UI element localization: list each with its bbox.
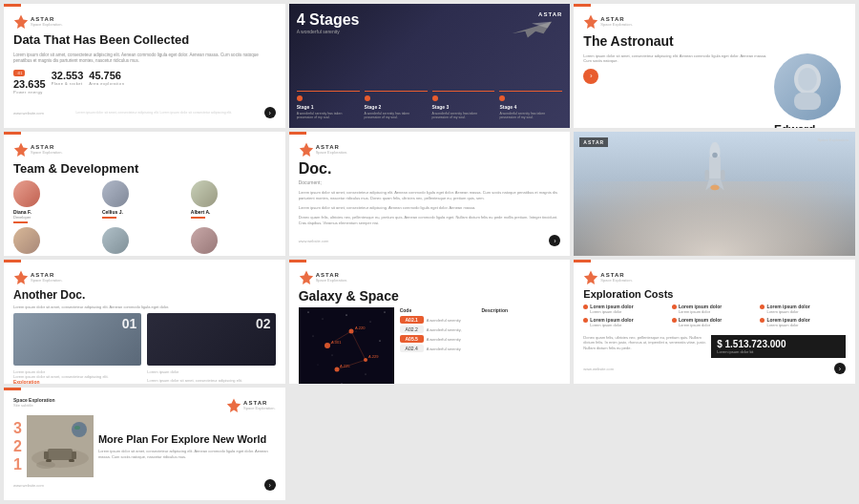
stat-label: Plane & rocket: [52, 81, 84, 86]
svg-point-17: [307, 312, 308, 313]
svg-rect-48: [46, 459, 52, 462]
logo-icon: [13, 141, 29, 157]
footer-url: www.website.com: [583, 367, 614, 371]
side-num-2: 2: [13, 439, 22, 454]
member-photo: [102, 227, 129, 254]
orange-accent-bar: [4, 132, 21, 135]
member-bar: [102, 217, 116, 219]
body-2: Lorem ipsum dolor sit amet, consecteteur…: [299, 205, 561, 211]
svg-rect-47: [72, 452, 76, 459]
slide-footer: www.website.com ›: [583, 361, 846, 374]
arrow-button[interactable]: ›: [583, 69, 598, 84]
slide-rocket: ASTAR Space Exploration.: [574, 132, 855, 256]
member-photo: [13, 180, 40, 207]
logo-area: ASTAR Space Exploration.: [299, 141, 348, 157]
svg-point-27: [365, 374, 366, 375]
footer-btn[interactable]: ›: [264, 107, 276, 118]
logo-area: ASTAR Space Exploration.: [583, 13, 633, 29]
cost-text: Lorem ipsum dolor: [679, 309, 722, 314]
slide-body: Donec quam felis, ultricies nec, pellent…: [583, 335, 706, 358]
stat-label: Power energy: [13, 90, 46, 94]
slide-footer: www.website.com Lorem ipsum dolor sit am…: [13, 105, 276, 118]
td-code: A05.5: [400, 335, 424, 343]
member-photo: [191, 227, 218, 254]
svg-point-25: [331, 355, 332, 356]
orange-accent-bar: [4, 4, 21, 7]
right-col: Edward Legerian Experience 78 Readiness …: [774, 53, 846, 128]
explore-label: Exploration: [13, 379, 141, 384]
slide-body: Lorem ipsum dolor sit amet, consecteteur…: [583, 53, 768, 64]
cost-item-3: Lorem ipsum dolor Lorem ipsum dolor: [760, 304, 846, 314]
member-name: Cellius J.: [102, 209, 123, 215]
astar-badge: ASTAR: [579, 137, 608, 147]
svg-rect-46: [44, 452, 49, 459]
team-member-5: David K. Developer: [102, 227, 187, 256]
member-photo: [13, 227, 40, 254]
td-code: A02.4: [400, 345, 424, 352]
svg-point-13: [710, 185, 719, 191]
svg-point-23: [355, 331, 356, 332]
cost-item-4: Lorem ipsum dolor Lorem ipsum dolor: [583, 317, 669, 327]
moon-svg: [27, 415, 94, 477]
svg-rect-10: [704, 170, 709, 180]
svg-rect-16: [299, 307, 394, 384]
lorem-text-2: Lorem ipsum dolor: [147, 369, 275, 374]
airplane-icon: [508, 13, 555, 42]
stats-row: ↑01 23.635 Power energy 32.553 Plane & r…: [13, 70, 276, 94]
footer-btn[interactable]: ›: [264, 479, 276, 491]
cost-text: Lorem ipsum dolor: [679, 323, 722, 327]
slide-header: ASTAR Space Exploration.: [299, 269, 561, 284]
orange-accent-bar: [4, 260, 21, 262]
svg-point-51: [74, 426, 80, 430]
logo-subtitle: Space Exploration.: [600, 278, 633, 283]
slide-title: Data That Has Been Collected: [13, 32, 276, 48]
slide-space-exploration: Space Exploration Site subtitle ASTAR Sp…: [4, 388, 285, 500]
rocket-bg: ASTAR Space Exploration.: [574, 132, 855, 256]
slide-header: ASTAR Space Exploration.: [583, 13, 846, 29]
slide-subtitle: A wonderful serenity: [297, 29, 360, 34]
svg-marker-5: [14, 143, 28, 157]
svg-point-12: [712, 153, 718, 158]
galaxy-svg: A.001 A.220 A.229 A.225: [299, 307, 394, 384]
table-header: Code Description: [400, 307, 561, 313]
cost-dot: [672, 304, 677, 309]
rocket-icon: [702, 139, 726, 192]
dark-bg: 4 Stages A wonderful serenity ASTAR Stag…: [289, 4, 571, 128]
member-photo: [102, 180, 129, 207]
footer-btn[interactable]: ›: [549, 235, 560, 246]
footer-url: www.website.com: [13, 483, 44, 488]
svg-text:A.220: A.220: [355, 326, 366, 330]
table-area: Code Description A02.1 A wonderful seren…: [400, 307, 561, 384]
cost-dot: [760, 304, 765, 309]
logo-subtitle: Space Exploration.: [600, 22, 633, 27]
slide-header: ASTAR Space Exploration.: [299, 141, 561, 157]
table-row: A05.5 A wonderful serenity: [400, 335, 561, 343]
stat-label: Area exploration: [89, 81, 124, 86]
slide-header: ASTAR Space Exploration.: [13, 141, 276, 157]
cost-item-5: Lorem ipsum dolor Lorem ipsum dolor: [672, 317, 758, 327]
doc-number-1: 01: [122, 316, 137, 331]
content-row: Lorem ipsum dolor sit amet, consecteteur…: [583, 53, 846, 128]
table-row: A02.2 A wonderful serenity,: [400, 326, 561, 333]
svg-marker-0: [14, 15, 28, 29]
bottom-row: Donec quam felis, ultricies nec, pellent…: [583, 335, 846, 358]
member-photo: [191, 180, 218, 207]
svg-rect-45: [48, 449, 73, 460]
member-bar: [13, 221, 28, 223]
slide-body: Lorem ipsum dolor sit amet, consecteteur…: [13, 52, 276, 65]
svg-point-44: [36, 461, 55, 469]
left-col: Lorem ipsum dolor sit amet, consecteteur…: [583, 53, 768, 128]
svg-rect-8: [709, 157, 721, 178]
svg-point-18: [322, 319, 323, 320]
slide-body: Lorem ipsum dolor sit amet, consecteteur…: [98, 449, 276, 459]
td-desc: A wonderful serenity,: [427, 327, 561, 332]
logo-sub: Space Exploration.: [817, 137, 849, 147]
svg-marker-40: [584, 271, 597, 284]
cost-item-6: Lorem ipsum dolor Lorem ipsum dolor: [760, 317, 846, 327]
team-grid: Diana F. Developer Cellius J. Albert A. …: [13, 180, 276, 256]
slide-another-doc: ASTAR Space Exploration. Another Doc. Lo…: [4, 260, 285, 384]
image-2-container: 02: [147, 313, 275, 366]
logo-icon: [13, 269, 29, 284]
footer-btn[interactable]: ›: [834, 363, 846, 374]
svg-rect-4: [794, 93, 821, 110]
